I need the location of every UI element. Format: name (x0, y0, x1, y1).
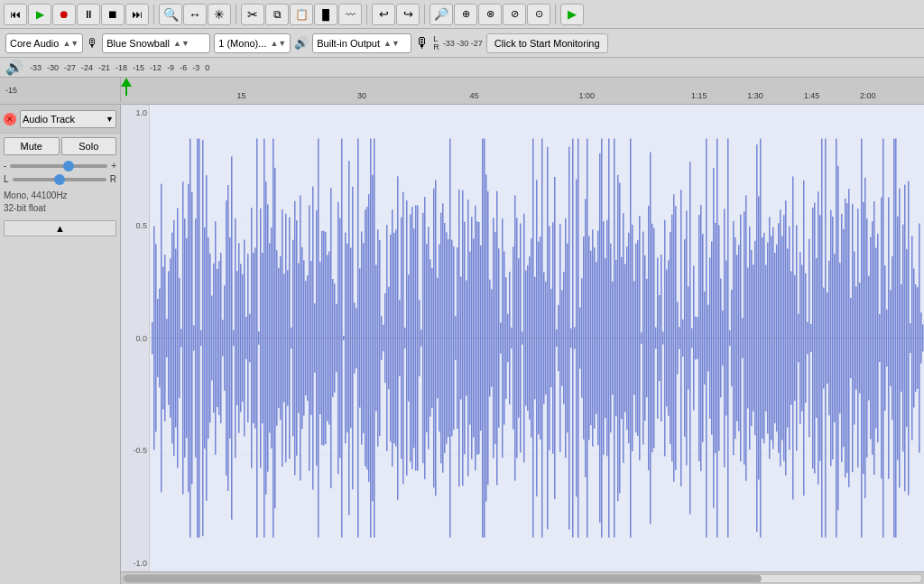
channel-arrow-icon: ▲▼ (270, 39, 286, 48)
monitor-button[interactable]: Click to Start Monitoring (486, 33, 608, 53)
pause-button[interactable]: ⏸ (77, 4, 100, 25)
gain-slider-thumb[interactable] (63, 161, 74, 171)
gain-slider[interactable] (10, 164, 107, 168)
silence-button[interactable]: 〰 (338, 4, 362, 25)
solo-label: Solo (79, 141, 98, 152)
vol-tick--15: -15 (130, 63, 147, 72)
pan-slider-thumb[interactable] (54, 174, 65, 185)
edit-group: ✂ ⧉ 📋 ▐▌ 〰 (241, 4, 362, 25)
time-label-30: 30 (357, 91, 366, 100)
channel-label: 1 (Mono)... (218, 38, 266, 49)
gain-max-label: + (111, 161, 116, 171)
redo-button[interactable]: ↪ (396, 4, 420, 25)
separator5 (555, 5, 556, 24)
separator2 (236, 5, 236, 24)
mic-device-select[interactable]: Blue Snowball ▲▼ (102, 33, 210, 53)
output-device-label: Built-in Output (317, 38, 380, 49)
record-button[interactable]: ⏺ (52, 4, 76, 25)
close-icon: ✕ (6, 115, 14, 124)
separator3 (366, 5, 367, 24)
zoom-in-button[interactable]: 🔍 (159, 4, 182, 25)
zoom-fit-button[interactable]: ↔ (183, 4, 207, 25)
toolbar-row1: ⏮ ▶ ⏺ ⏸ ⏹ ⏭ 🔍 ↔ ✳ ✂ ⧉ 📋 ▐▌ 〰 ↩ ↪ 🔎 ⊕ ⊗ ⊘… (0, 0, 924, 29)
svg-rect-1 (125, 87, 127, 96)
zoom2-group: 🔎 ⊕ ⊗ ⊘ ⊙ (430, 4, 550, 25)
scrollbar-track[interactable] (123, 574, 922, 583)
zoom-track-button[interactable]: ⊘ (503, 4, 526, 25)
zoom-select-button[interactable]: ✳ (208, 4, 231, 25)
toolbar-row2: Core Audio ▲▼ 🎙 Blue Snowball ▲▼ 1 (Mono… (0, 29, 924, 58)
skip-back-button[interactable]: ⏮ (4, 4, 27, 25)
separator1 (153, 5, 154, 24)
timeline-track-header: -15 (0, 78, 121, 102)
time-label-200: 2:00 (860, 91, 876, 100)
stop-button[interactable]: ⏹ (101, 4, 125, 25)
track-header-top: ✕ Audio Track ▼ (0, 105, 120, 134)
transport-group: ⏮ ▶ ⏺ ⏸ ⏹ ⏭ (4, 4, 149, 25)
mic-monitor-icon[interactable]: 🎙 (415, 35, 430, 51)
timeline-labels: 15 30 45 1:00 1:15 1:30 1:45 2:00 (121, 78, 924, 102)
time-label-115: 1:15 (691, 91, 707, 100)
waveform-canvas (150, 105, 924, 571)
gain-row: - + (0, 159, 120, 172)
mute-button[interactable]: Mute (4, 137, 60, 155)
collapse-icon: ▲ (55, 223, 65, 234)
track-name-select[interactable]: Audio Track ▼ (20, 110, 116, 128)
channel-select[interactable]: 1 (Mono)... ▲▼ (214, 33, 291, 53)
zoom-waveform-button[interactable]: ⊗ (478, 4, 502, 25)
track-content-area: 1.0 0.5 0.0 -0.5 -1.0 (121, 105, 924, 584)
y-label-1: 1.0 (123, 108, 147, 117)
track-info-line2: 32-bit float (4, 202, 116, 215)
mic-device-arrow-icon: ▲▼ (173, 39, 189, 48)
lr-label: LR (433, 35, 439, 51)
scrollbar-thumb[interactable] (124, 575, 762, 582)
y-label--05: -0.5 (123, 446, 147, 455)
volume-speaker-icon: 🔊 (5, 59, 23, 76)
trim-button[interactable]: ▐▌ (314, 4, 337, 25)
vol-tick--18: -18 (113, 63, 130, 72)
pan-slider[interactable] (13, 178, 106, 181)
track-collapse-button[interactable]: ▲ (4, 220, 116, 236)
solo-button[interactable]: Solo (61, 137, 117, 155)
track-close-button[interactable]: ✕ (4, 113, 16, 125)
pan-row: L R (0, 172, 120, 186)
track-name-arrow-icon: ▼ (106, 115, 114, 124)
separator4 (424, 5, 425, 24)
mute-solo-row: Mute Solo (0, 134, 120, 159)
vol-tick--33: -33 (27, 63, 44, 72)
playhead[interactable] (121, 78, 132, 97)
y-label-05: 0.5 (123, 221, 147, 230)
paste-button[interactable]: 📋 (290, 4, 313, 25)
play-button[interactable]: ▶ (28, 4, 51, 25)
output-device-arrow-icon: ▲▼ (383, 39, 400, 48)
pan-left-label: L (4, 174, 9, 184)
timeline-start-label: -15 (5, 86, 17, 95)
zoom-full-button[interactable]: ⊕ (454, 4, 477, 25)
track-info: Mono, 44100Hz 32-bit float (0, 186, 120, 218)
output-device-select[interactable]: Built-in Output ▲▼ (312, 33, 411, 53)
timeline-row[interactable]: -15 15 30 45 1:00 1:15 1:30 1:45 2:00 (0, 78, 924, 105)
vol-tick--12: -12 (147, 63, 164, 72)
skip-fwd-button[interactable]: ⏭ (125, 4, 149, 25)
vol-tick--9: -9 (164, 63, 177, 72)
cut-button[interactable]: ✂ (241, 4, 264, 25)
zoom-out-button[interactable]: 🔎 (430, 4, 453, 25)
waveform-scrollbar[interactable] (121, 571, 924, 584)
level-text: LR (433, 35, 439, 51)
vol-tick--30: -30 (44, 63, 61, 72)
waveform-container[interactable]: 1.0 0.5 0.0 -0.5 -1.0 (121, 105, 924, 571)
monitor-label: Click to Start Monitoring (494, 38, 600, 49)
y-label-0: 0.0 (123, 334, 147, 343)
undo-button[interactable]: ↩ (372, 4, 395, 25)
audio-host-select[interactable]: Core Audio ▲▼ (5, 33, 83, 53)
vol-tick-0: 0 (202, 63, 212, 72)
audio-host-label: Core Audio (10, 38, 59, 49)
zoom-sel-button[interactable]: ⊙ (527, 4, 550, 25)
copy-button[interactable]: ⧉ (265, 4, 289, 25)
play-green-button[interactable]: ▶ (560, 4, 584, 25)
time-label-15: 15 (236, 91, 245, 100)
time-label-145: 1:45 (804, 91, 820, 100)
volume-row: 🔊 -33 -30 -27 -24 -21 -18 -15 -12 -9 -6 … (0, 58, 924, 78)
audio-host-arrow-icon: ▲▼ (62, 39, 79, 48)
y-label--1: -1.0 (123, 559, 147, 568)
